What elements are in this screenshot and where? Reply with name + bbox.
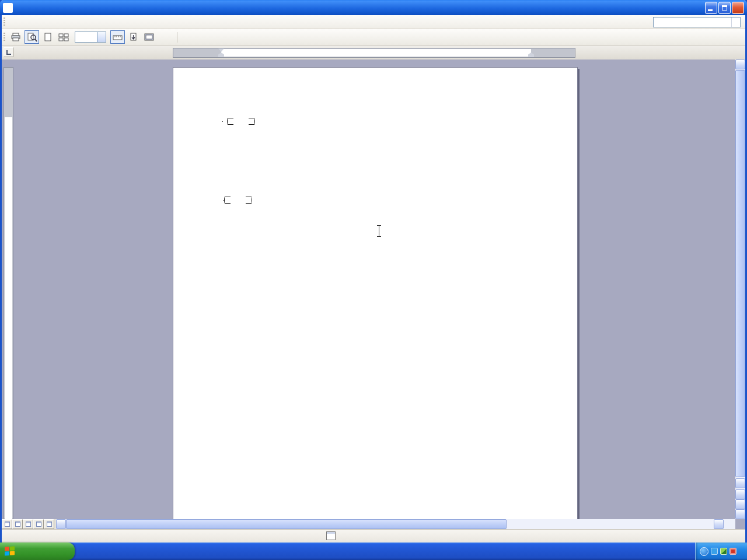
next-page-button[interactable] xyxy=(735,509,745,519)
ask-question-box[interactable] xyxy=(653,17,741,27)
equation-rows xyxy=(236,118,246,125)
scroll-right-button[interactable] xyxy=(714,519,724,529)
magnifier-button[interactable] xyxy=(25,30,39,44)
text-cursor-ibeam xyxy=(379,225,379,237)
one-page-button[interactable] xyxy=(40,30,55,44)
minimize-icon xyxy=(708,9,713,11)
scroll-up-button[interactable] xyxy=(735,60,745,69)
document-area[interactable] xyxy=(2,60,735,519)
multiple-pages-icon xyxy=(58,33,69,41)
ruler-icon xyxy=(113,34,123,41)
word-app-icon xyxy=(3,3,13,13)
outline-view-icon xyxy=(36,522,41,527)
status-bar xyxy=(2,529,745,542)
print-layout-view-button[interactable] xyxy=(23,519,33,529)
equation-rows xyxy=(233,197,243,204)
normal-view-icon xyxy=(5,522,10,527)
h-ruler[interactable] xyxy=(173,48,575,58)
toolbar-grip[interactable] xyxy=(3,33,6,42)
chevron-down-icon[interactable] xyxy=(97,32,106,42)
vertical-scroll-thumb[interactable] xyxy=(735,70,745,477)
view-ruler-button[interactable] xyxy=(110,30,125,44)
web-layout-icon xyxy=(15,522,20,527)
tray-icon-2[interactable] xyxy=(720,548,727,555)
right-parenthesis xyxy=(249,118,255,125)
ruler-text-area xyxy=(221,49,531,57)
tray-collapse-button[interactable] xyxy=(700,547,708,556)
left-parenthesis xyxy=(227,118,233,125)
normal-view-button[interactable] xyxy=(2,519,12,529)
horizontal-scrollbar-row xyxy=(2,519,735,529)
reading-layout-icon xyxy=(47,522,52,527)
full-screen-icon xyxy=(144,33,154,41)
maximize-button[interactable] xyxy=(718,2,731,14)
scroll-left-button[interactable] xyxy=(56,519,66,529)
print-button[interactable] xyxy=(9,30,23,44)
taskbar xyxy=(0,542,747,560)
title-bar xyxy=(0,0,747,15)
web-layout-view-button[interactable] xyxy=(12,519,23,529)
toolbar-separator xyxy=(177,32,177,43)
left-tab-icon xyxy=(6,50,11,55)
left-parenthesis xyxy=(224,197,231,204)
right-parenthesis xyxy=(246,197,252,204)
maximize-icon xyxy=(722,5,727,10)
tray-icon-3[interactable] xyxy=(729,548,736,555)
print-layout-icon xyxy=(26,522,31,527)
spell-check-icon[interactable] xyxy=(326,531,336,540)
select-browse-object-button[interactable] xyxy=(735,499,745,509)
view-buttons xyxy=(2,519,56,529)
one-page-icon xyxy=(44,33,52,41)
menubar-grip[interactable] xyxy=(3,18,6,27)
zoom-combo[interactable] xyxy=(75,32,106,43)
equation-block-2 xyxy=(220,197,252,204)
reading-layout-view-button[interactable] xyxy=(44,519,54,529)
windows-flag-icon xyxy=(5,546,16,556)
chevron-down-icon[interactable] xyxy=(731,18,740,27)
previous-page-button[interactable] xyxy=(735,489,745,499)
system-tray xyxy=(695,542,747,560)
vertical-scrollbar[interactable] xyxy=(735,60,745,519)
shrink-to-fit-icon xyxy=(129,33,138,41)
shrink-to-fit-button[interactable] xyxy=(126,30,141,44)
scroll-down-button[interactable] xyxy=(735,478,745,488)
horizontal-scroll-track[interactable] xyxy=(66,519,714,529)
toolbar-options-button[interactable] xyxy=(179,29,186,45)
tab-selector[interactable] xyxy=(4,47,13,57)
menu-bar xyxy=(2,15,745,29)
printer-icon xyxy=(11,33,21,41)
close-preview-button[interactable] xyxy=(162,36,172,39)
v-ruler[interactable] xyxy=(4,67,13,519)
ruler-row xyxy=(2,46,745,60)
close-button[interactable] xyxy=(732,2,744,14)
print-preview-toolbar xyxy=(2,29,745,46)
horizontal-scroll-thumb[interactable] xyxy=(66,519,507,529)
window-border-left xyxy=(0,0,2,542)
equation-block-1 xyxy=(222,118,255,125)
scrollbar-corner xyxy=(724,519,735,529)
magnifier-icon xyxy=(27,33,37,42)
v-ruler-text-area xyxy=(5,117,12,519)
multiple-pages-button[interactable] xyxy=(56,30,71,44)
outline-view-button[interactable] xyxy=(33,519,44,529)
document-page[interactable] xyxy=(173,67,578,519)
tray-icon-1[interactable] xyxy=(711,548,718,555)
start-button[interactable] xyxy=(0,542,75,560)
minimize-button[interactable] xyxy=(705,2,717,14)
full-screen-button[interactable] xyxy=(142,30,156,44)
